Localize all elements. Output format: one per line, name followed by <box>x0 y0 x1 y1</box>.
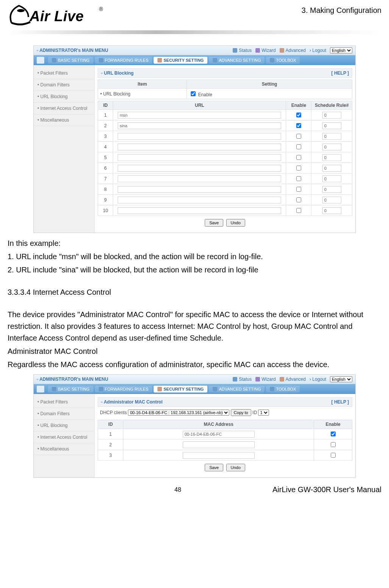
schedule-rule-input[interactable] <box>322 165 341 172</box>
url-blocking-section-title: URL Blocking <box>104 70 134 76</box>
schedule-rule-input[interactable] <box>322 207 341 214</box>
schedule-rule-input[interactable] <box>322 197 341 203</box>
sidebar-item-url-blocking-2[interactable]: • URL Blocking <box>34 420 94 432</box>
url-input[interactable] <box>118 186 281 193</box>
row-enable-checkbox[interactable] <box>296 144 301 149</box>
basic-tab-icon <box>52 387 56 391</box>
logo: Air Live ® <box>8 4 106 30</box>
row-enable-checkbox[interactable] <box>331 442 336 447</box>
sidebar-item-internet-access-control-2[interactable]: • Internet Access Control <box>34 432 94 443</box>
url-input[interactable] <box>118 112 281 119</box>
schedule-rule-input[interactable] <box>322 144 341 150</box>
row-id: 8 <box>98 184 113 195</box>
row-id: 2 <box>98 439 123 450</box>
row-enable-checkbox[interactable] <box>331 432 336 436</box>
tab-forwarding-rules-2[interactable]: FORWARDING RULES <box>95 386 152 393</box>
sidebar-item-internet-access-control[interactable]: • Internet Access Control <box>34 103 94 114</box>
tab-security-setting[interactable]: SECURITY SETTING <box>154 57 207 64</box>
enable-table: Item Setting • URL Blocking Enable <box>98 80 352 99</box>
url-input[interactable] <box>118 207 281 214</box>
row-enable-checkbox[interactable] <box>331 453 336 458</box>
schedule-rule-input[interactable] <box>322 154 341 161</box>
tab-basic-setting[interactable]: BASIC SETTING <box>48 57 93 64</box>
url-input[interactable] <box>118 122 281 129</box>
section-number: 3.3.3.4 Internet Access Control <box>8 286 381 298</box>
security-tab-icon <box>157 58 162 63</box>
language-select[interactable]: English <box>330 47 352 53</box>
tab-basic-setting-2[interactable]: BASIC SETTING <box>48 386 93 393</box>
tab-forwarding-rules[interactable]: FORWARDING RULES <box>95 57 152 64</box>
table-row: 1 <box>98 110 352 120</box>
tab-advanced-setting-2[interactable]: ADVANCED SETTING <box>209 386 265 393</box>
sidebar-item-domain-filters[interactable]: • Domain Filters <box>34 79 94 91</box>
sidebar-item-packet-filters-2[interactable]: • Packet Filters <box>34 396 94 408</box>
url-input[interactable] <box>118 144 281 150</box>
topbar-wizard[interactable]: Wizard <box>255 48 275 53</box>
url-input[interactable] <box>118 197 281 203</box>
forwarding-tab-icon <box>99 387 103 391</box>
row-enable-checkbox[interactable] <box>296 187 301 192</box>
help-link-2[interactable]: [ HELP ] <box>331 399 349 405</box>
row-enable-checkbox[interactable] <box>296 134 301 139</box>
subheading: Administrator MAC Control <box>8 346 381 357</box>
help-link[interactable]: [ HELP ] <box>331 70 349 76</box>
mac-address-input[interactable] <box>183 452 255 459</box>
row-enable-checkbox[interactable] <box>296 123 301 128</box>
schedule-rule-input[interactable] <box>322 112 341 119</box>
tab-advanced-setting[interactable]: ADVANCED SETTING <box>209 57 265 64</box>
tab-toolbox[interactable]: TOOLBOX <box>266 57 300 64</box>
copy-to-button[interactable]: Copy to <box>231 409 251 416</box>
sidebar-item-packet-filters[interactable]: • Packet Filters <box>34 67 94 79</box>
tab-toolbox-2[interactable]: TOOLBOX <box>266 386 300 393</box>
mac-address-input[interactable] <box>183 431 255 438</box>
schedule-rule-input[interactable] <box>322 122 341 129</box>
topbar-wizard-2[interactable]: Wizard <box>255 377 275 382</box>
tab-security-setting-2[interactable]: SECURITY SETTING <box>154 386 207 393</box>
sidebar-item-domain-filters-2[interactable]: • Domain Filters <box>34 408 94 420</box>
save-button[interactable]: Save <box>205 219 223 227</box>
schedule-rule-input[interactable] <box>322 186 341 193</box>
chapter-title: 3. Making Configuration <box>302 6 381 15</box>
url-input[interactable] <box>118 133 281 140</box>
url-input[interactable] <box>118 165 281 172</box>
schedule-rule-input[interactable] <box>322 175 341 182</box>
schedule-rule-input[interactable] <box>322 133 341 140</box>
table-row: 6 <box>98 163 352 174</box>
row-enable-checkbox[interactable] <box>296 208 301 213</box>
url-blocking-item-label: • URL Blocking <box>98 89 187 99</box>
url-input[interactable] <box>118 175 281 182</box>
dhcp-clients-select[interactable]: 00-16-D4-EB-06-FC : 192.168.123.161 (air… <box>128 410 229 416</box>
enable-header-2: Enable <box>314 420 352 429</box>
sidebar-item-miscellaneous-2[interactable]: • Miscellaneous <box>34 443 94 455</box>
language-select-2[interactable]: English <box>330 376 352 382</box>
row-enable-checkbox[interactable] <box>296 113 301 117</box>
svg-point-0 <box>17 9 25 12</box>
row-enable-checkbox[interactable] <box>296 176 301 181</box>
id-select[interactable]: 1 <box>258 410 269 416</box>
row-enable-checkbox[interactable] <box>296 155 301 160</box>
url-blocking-enable-checkbox[interactable] <box>191 91 196 96</box>
page-number: 48 <box>83 486 272 493</box>
row-enable-checkbox[interactable] <box>296 166 301 170</box>
url-input[interactable] <box>118 154 281 161</box>
id-header-2: ID <box>98 420 123 429</box>
topbar-status-2[interactable]: Status <box>233 377 252 382</box>
sidebar-item-url-blocking[interactable]: • URL Blocking <box>34 91 94 103</box>
topbar-status[interactable]: Status <box>233 48 252 53</box>
topbar-advanced-2[interactable]: Advanced <box>280 377 306 382</box>
id-label: ID <box>252 410 257 415</box>
undo-button-2[interactable]: Undo <box>226 464 245 471</box>
save-button-2[interactable]: Save <box>205 464 223 471</box>
topbar-logout[interactable]: › Logout <box>310 48 326 53</box>
undo-button[interactable]: Undo <box>226 219 245 227</box>
cursor-icon <box>37 57 44 64</box>
example-line2: 2. URL include "sina" will be blocked, b… <box>8 264 381 276</box>
row-id: 10 <box>98 205 113 216</box>
row-enable-checkbox[interactable] <box>296 197 301 202</box>
paragraph-2: Regardless the MAC access configuration … <box>8 359 381 371</box>
topbar-logout-2[interactable]: › Logout <box>310 377 326 382</box>
sidebar: • Packet Filters • Domain Filters • URL … <box>34 65 95 233</box>
mac-address-input[interactable] <box>183 441 255 448</box>
topbar-advanced[interactable]: Advanced <box>280 48 306 53</box>
sidebar-item-miscellaneous[interactable]: • Miscellaneous <box>34 114 94 126</box>
